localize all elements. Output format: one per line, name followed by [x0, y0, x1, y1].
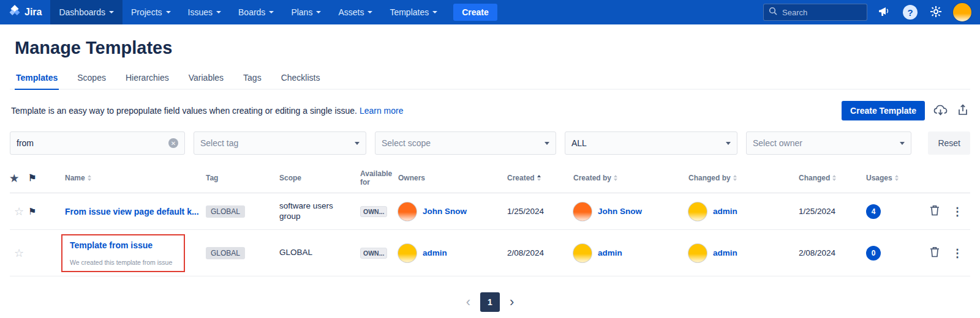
current-page-button[interactable]: 1: [480, 292, 500, 312]
chevron-down-icon: [545, 142, 549, 145]
favorite-toggle[interactable]: ☆: [10, 205, 28, 218]
filter-bar: ✕ Select tag Select scope ALL Select own…: [10, 130, 970, 160]
header-flag[interactable]: ⚑: [28, 172, 53, 183]
next-page-button[interactable]: ›: [510, 295, 514, 309]
create-button[interactable]: Create: [453, 4, 497, 21]
header-usages[interactable]: Usages: [866, 174, 907, 182]
tab-templates[interactable]: Templates: [15, 69, 59, 90]
description-row: Template is an easy way to prepopulate f…: [10, 90, 970, 130]
tab-variables[interactable]: Variables: [187, 69, 225, 90]
global-search[interactable]: [763, 4, 867, 21]
header-owners[interactable]: Owners: [398, 174, 507, 182]
delete-button[interactable]: [930, 205, 940, 218]
avatar: [573, 202, 592, 221]
owner-link[interactable]: John Snow: [423, 207, 467, 216]
template-name-link[interactable]: Template from issue: [70, 240, 153, 250]
header-changed[interactable]: Changed: [799, 174, 866, 182]
chevron-down-icon: [166, 11, 171, 13]
type-select[interactable]: ALL: [565, 131, 737, 155]
more-options-button[interactable]: ⋮: [952, 246, 963, 260]
header-tag[interactable]: Tag: [206, 174, 279, 182]
learn-more-link[interactable]: Learn more: [360, 106, 404, 116]
header-favorite[interactable]: ★: [10, 172, 28, 184]
settings-button[interactable]: [927, 4, 944, 21]
header-changed-by[interactable]: Changed by: [688, 174, 799, 182]
annotation-highlight-box: Template from issue We created this temp…: [61, 234, 185, 272]
created-cell: 1/25/2024: [507, 207, 573, 216]
header-created-by[interactable]: Created by: [573, 174, 688, 182]
sort-icon: [537, 175, 541, 181]
help-button[interactable]: ?: [902, 4, 919, 21]
chevron-down-icon: [216, 11, 221, 13]
changed-cell: 2/08/2024: [799, 248, 866, 257]
changed-by-link[interactable]: admin: [713, 248, 737, 257]
template-subtitle: We created this template from issue: [70, 259, 176, 266]
tag-cell: GLOBAL: [206, 205, 279, 218]
header-scope[interactable]: Scope: [279, 174, 360, 182]
scope-select[interactable]: Select scope: [375, 131, 556, 155]
top-navbar: Jira Dashboards Projects Issues Boards P…: [0, 0, 980, 24]
changed-by-link[interactable]: admin: [713, 207, 737, 216]
owner-link[interactable]: admin: [423, 248, 447, 257]
trash-icon: [930, 205, 940, 218]
nav-item-templates[interactable]: Templates: [381, 0, 446, 24]
search-input[interactable]: [782, 8, 856, 17]
main-content: Manage Templates Templates Scopes Hierar…: [0, 38, 980, 318]
reset-button[interactable]: Reset: [928, 131, 970, 155]
more-options-button[interactable]: ⋮: [952, 205, 963, 218]
nav-item-plans[interactable]: Plans: [282, 0, 330, 24]
header-available-for[interactable]: Available for: [360, 169, 398, 187]
nav-item-boards[interactable]: Boards: [230, 0, 282, 24]
main-navigation: Dashboards Projects Issues Boards Plans …: [50, 0, 446, 24]
delete-button[interactable]: [930, 246, 940, 259]
announcements-button[interactable]: [876, 4, 893, 21]
header-created[interactable]: Created: [507, 174, 573, 182]
header-name[interactable]: Name: [53, 174, 206, 182]
usages-badge[interactable]: 4: [866, 204, 881, 219]
created-by-link[interactable]: John Snow: [598, 207, 642, 216]
nav-item-assets[interactable]: Assets: [330, 0, 381, 24]
tab-hierarchies[interactable]: Hierarchies: [124, 69, 170, 90]
template-search-input[interactable]: [17, 138, 157, 148]
available-for-badge[interactable]: OWN...: [360, 248, 387, 259]
jira-logo[interactable]: Jira: [6, 0, 50, 24]
tab-scopes[interactable]: Scopes: [76, 69, 107, 90]
available-for-cell: OWN...: [360, 206, 398, 217]
tab-checklists[interactable]: Checklists: [280, 69, 322, 90]
page-tabs: Templates Scopes Hierarchies Variables T…: [10, 69, 970, 90]
user-avatar[interactable]: [953, 3, 971, 21]
nav-item-issues[interactable]: Issues: [179, 0, 230, 24]
available-for-badge[interactable]: OWN...: [360, 206, 387, 217]
template-search-field[interactable]: ✕: [10, 131, 185, 155]
changed-by-cell: admin: [688, 202, 799, 221]
nav-item-projects[interactable]: Projects: [123, 0, 179, 24]
tag-badge: GLOBAL: [206, 205, 245, 218]
template-name-cell: Template from issue We created this temp…: [53, 234, 206, 272]
tag-select[interactable]: Select tag: [194, 131, 366, 155]
create-template-button[interactable]: Create Template: [842, 101, 925, 120]
row-actions: ⋮: [907, 246, 970, 260]
trash-icon: [930, 246, 940, 259]
avatar: [688, 202, 707, 221]
owners-cell: admin: [398, 244, 507, 262]
changed-by-cell: admin: [688, 244, 799, 262]
owner-select[interactable]: Select owner: [746, 131, 911, 155]
export-button[interactable]: [957, 104, 969, 118]
chevron-down-icon: [316, 11, 321, 13]
tag-badge: GLOBAL: [206, 247, 245, 259]
clear-search-icon[interactable]: ✕: [168, 138, 178, 148]
import-button[interactable]: [933, 104, 948, 118]
sort-icon: [614, 175, 617, 181]
tab-tags[interactable]: Tags: [242, 69, 263, 90]
chevron-down-icon: [269, 11, 274, 13]
favorite-toggle[interactable]: ☆: [10, 246, 28, 260]
usages-badge[interactable]: 0: [866, 246, 881, 261]
nav-item-dashboards[interactable]: Dashboards: [50, 0, 123, 24]
previous-page-button[interactable]: ‹: [466, 295, 470, 309]
created-by-link[interactable]: admin: [598, 248, 622, 257]
flag-icon: ⚑: [28, 206, 53, 217]
changed-cell: 1/25/2024: [799, 207, 866, 216]
template-name-link[interactable]: From issue view page default k...: [65, 207, 199, 216]
row-actions: ⋮: [907, 205, 970, 218]
created-cell: 2/08/2024: [507, 248, 573, 257]
